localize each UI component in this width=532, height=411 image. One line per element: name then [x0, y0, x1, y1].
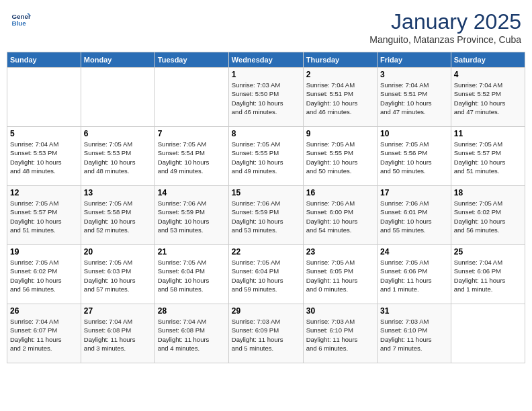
day-number: 10 [380, 129, 448, 138]
calendar-cell: 12Sunrise: 7:05 AM Sunset: 5:57 PM Dayli… [7, 186, 81, 245]
day-number: 29 [232, 306, 300, 316]
calendar-cell: 25Sunrise: 7:04 AM Sunset: 6:06 PM Dayli… [451, 245, 525, 304]
day-info: Sunrise: 7:05 AM Sunset: 5:57 PM Dayligh… [454, 140, 522, 175]
weekday-header: Sunday [7, 52, 81, 68]
calendar-cell: 17Sunrise: 7:06 AM Sunset: 6:01 PM Dayli… [378, 186, 451, 245]
logo-icon: General Blue [11, 9, 31, 30]
day-info: Sunrise: 7:05 AM Sunset: 6:02 PM Dayligh… [10, 258, 78, 293]
calendar-week-row: 19Sunrise: 7:05 AM Sunset: 6:02 PM Dayli… [7, 245, 525, 304]
day-info: Sunrise: 7:03 AM Sunset: 6:10 PM Dayligh… [306, 317, 374, 353]
calendar-week-row: 1Sunrise: 7:03 AM Sunset: 5:50 PM Daylig… [7, 68, 525, 127]
day-info: Sunrise: 7:04 AM Sunset: 6:07 PM Dayligh… [10, 317, 78, 353]
day-number: 23 [306, 247, 374, 257]
day-number: 30 [306, 306, 374, 316]
day-number: 15 [232, 188, 300, 197]
calendar-cell: 26Sunrise: 7:04 AM Sunset: 6:07 PM Dayli… [7, 304, 81, 363]
day-info: Sunrise: 7:05 AM Sunset: 6:04 PM Dayligh… [232, 258, 300, 293]
calendar-cell: 30Sunrise: 7:03 AM Sunset: 6:10 PM Dayli… [303, 304, 377, 363]
calendar-cell: 9Sunrise: 7:05 AM Sunset: 5:55 PM Daylig… [303, 127, 377, 186]
day-info: Sunrise: 7:04 AM Sunset: 6:08 PM Dayligh… [158, 317, 226, 353]
day-number: 22 [232, 247, 300, 257]
calendar-cell: 5Sunrise: 7:04 AM Sunset: 5:53 PM Daylig… [7, 127, 81, 186]
day-info: Sunrise: 7:06 AM Sunset: 6:00 PM Dayligh… [306, 199, 374, 234]
day-number: 28 [158, 306, 226, 316]
logo: General Blue [11, 9, 31, 30]
title-area: January 2025 Manguito, Matanzas Province… [369, 9, 521, 45]
calendar-cell: 16Sunrise: 7:06 AM Sunset: 6:00 PM Dayli… [303, 186, 377, 245]
header: General Blue January 2025 Manguito, Mata… [7, 7, 525, 48]
calendar-week-row: 26Sunrise: 7:04 AM Sunset: 6:07 PM Dayli… [7, 304, 525, 363]
day-info: Sunrise: 7:05 AM Sunset: 5:57 PM Dayligh… [10, 199, 78, 234]
svg-text:Blue: Blue [12, 19, 27, 27]
day-number: 21 [158, 247, 226, 257]
calendar-cell: 11Sunrise: 7:05 AM Sunset: 5:57 PM Dayli… [451, 127, 525, 186]
calendar-cell: 21Sunrise: 7:05 AM Sunset: 6:04 PM Dayli… [154, 245, 228, 304]
day-info: Sunrise: 7:05 AM Sunset: 5:55 PM Dayligh… [232, 140, 300, 175]
calendar-cell [154, 68, 228, 127]
day-number: 31 [380, 306, 448, 316]
calendar-cell: 31Sunrise: 7:03 AM Sunset: 6:10 PM Dayli… [378, 304, 451, 363]
day-info: Sunrise: 7:05 AM Sunset: 5:58 PM Dayligh… [84, 199, 152, 234]
calendar-cell: 29Sunrise: 7:03 AM Sunset: 6:09 PM Dayli… [228, 304, 303, 363]
weekday-header: Tuesday [154, 52, 228, 68]
calendar-cell: 13Sunrise: 7:05 AM Sunset: 5:58 PM Dayli… [81, 186, 154, 245]
day-info: Sunrise: 7:04 AM Sunset: 6:06 PM Dayligh… [454, 258, 522, 293]
calendar-cell: 20Sunrise: 7:05 AM Sunset: 6:03 PM Dayli… [81, 245, 154, 304]
day-info: Sunrise: 7:03 AM Sunset: 5:50 PM Dayligh… [232, 81, 300, 116]
day-number: 20 [84, 247, 152, 257]
calendar-body: 1Sunrise: 7:03 AM Sunset: 5:50 PM Daylig… [7, 68, 525, 363]
day-number: 11 [454, 129, 522, 138]
weekday-header: Saturday [451, 52, 525, 68]
weekday-header: Thursday [303, 52, 377, 68]
calendar-cell: 14Sunrise: 7:06 AM Sunset: 5:59 PM Dayli… [154, 186, 228, 245]
calendar-cell: 23Sunrise: 7:05 AM Sunset: 6:05 PM Dayli… [303, 245, 377, 304]
calendar-cell: 28Sunrise: 7:04 AM Sunset: 6:08 PM Dayli… [154, 304, 228, 363]
day-info: Sunrise: 7:06 AM Sunset: 5:59 PM Dayligh… [232, 199, 300, 234]
calendar-week-row: 5Sunrise: 7:04 AM Sunset: 5:53 PM Daylig… [7, 127, 525, 186]
day-info: Sunrise: 7:05 AM Sunset: 6:03 PM Dayligh… [84, 258, 152, 293]
day-number: 5 [10, 129, 78, 138]
day-number: 26 [10, 306, 78, 316]
calendar-cell [81, 68, 154, 127]
day-info: Sunrise: 7:05 AM Sunset: 6:05 PM Dayligh… [306, 258, 374, 293]
calendar-cell: 18Sunrise: 7:05 AM Sunset: 6:02 PM Dayli… [451, 186, 525, 245]
day-number: 14 [158, 188, 226, 197]
day-info: Sunrise: 7:05 AM Sunset: 6:06 PM Dayligh… [380, 258, 448, 293]
calendar-cell: 1Sunrise: 7:03 AM Sunset: 5:50 PM Daylig… [228, 68, 303, 127]
month-title: January 2025 [369, 9, 521, 34]
calendar-cell: 24Sunrise: 7:05 AM Sunset: 6:06 PM Dayli… [378, 245, 451, 304]
day-number: 13 [84, 188, 152, 197]
day-info: Sunrise: 7:05 AM Sunset: 6:02 PM Dayligh… [454, 199, 522, 234]
day-info: Sunrise: 7:05 AM Sunset: 5:53 PM Dayligh… [84, 140, 152, 175]
day-info: Sunrise: 7:03 AM Sunset: 6:10 PM Dayligh… [380, 317, 448, 353]
calendar-cell: 15Sunrise: 7:06 AM Sunset: 5:59 PM Dayli… [228, 186, 303, 245]
day-number: 25 [454, 247, 522, 257]
calendar-cell [451, 304, 525, 363]
calendar-cell: 4Sunrise: 7:04 AM Sunset: 5:52 PM Daylig… [451, 68, 525, 127]
day-number: 17 [380, 188, 448, 197]
day-info: Sunrise: 7:05 AM Sunset: 6:04 PM Dayligh… [158, 258, 226, 293]
calendar-cell [7, 68, 81, 127]
day-number: 4 [454, 70, 522, 79]
day-info: Sunrise: 7:04 AM Sunset: 5:52 PM Dayligh… [454, 81, 522, 116]
day-number: 27 [84, 306, 152, 316]
day-info: Sunrise: 7:05 AM Sunset: 5:55 PM Dayligh… [306, 140, 374, 175]
day-info: Sunrise: 7:04 AM Sunset: 5:51 PM Dayligh… [380, 81, 448, 116]
day-number: 2 [306, 70, 374, 79]
day-info: Sunrise: 7:06 AM Sunset: 5:59 PM Dayligh… [158, 199, 226, 234]
day-info: Sunrise: 7:05 AM Sunset: 5:54 PM Dayligh… [158, 140, 226, 175]
weekday-header: Monday [81, 52, 154, 68]
calendar-cell: 3Sunrise: 7:04 AM Sunset: 5:51 PM Daylig… [378, 68, 451, 127]
calendar-cell: 6Sunrise: 7:05 AM Sunset: 5:53 PM Daylig… [81, 127, 154, 186]
calendar-week-row: 12Sunrise: 7:05 AM Sunset: 5:57 PM Dayli… [7, 186, 525, 245]
calendar-header-row: SundayMondayTuesdayWednesdayThursdayFrid… [7, 52, 525, 68]
location-subtitle: Manguito, Matanzas Province, Cuba [369, 34, 521, 45]
day-number: 18 [454, 188, 522, 197]
day-info: Sunrise: 7:04 AM Sunset: 5:51 PM Dayligh… [306, 81, 374, 116]
calendar-cell: 27Sunrise: 7:04 AM Sunset: 6:08 PM Dayli… [81, 304, 154, 363]
calendar-cell: 10Sunrise: 7:05 AM Sunset: 5:56 PM Dayli… [378, 127, 451, 186]
calendar-table: SundayMondayTuesdayWednesdayThursdayFrid… [7, 52, 525, 363]
day-number: 9 [306, 129, 374, 138]
weekday-header: Friday [378, 52, 451, 68]
day-info: Sunrise: 7:06 AM Sunset: 6:01 PM Dayligh… [380, 199, 448, 234]
